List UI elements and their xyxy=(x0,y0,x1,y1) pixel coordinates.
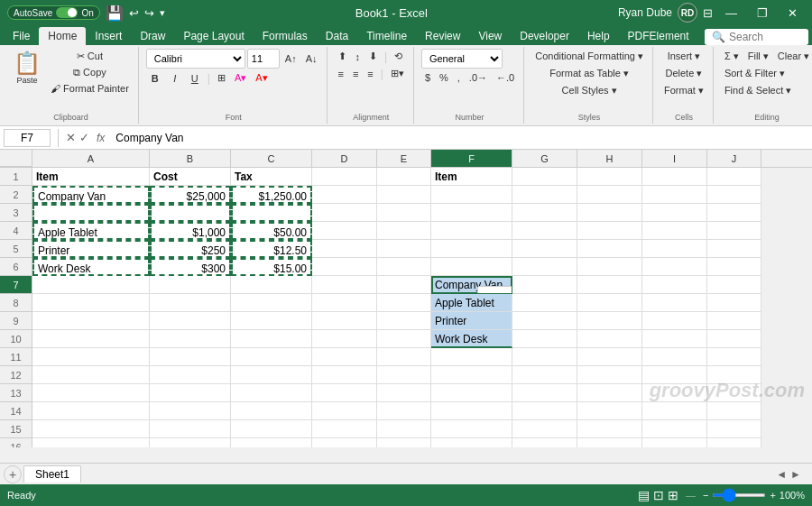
close-button[interactable]: ✕ xyxy=(780,5,805,22)
align-right-button[interactable]: ≡ xyxy=(364,67,376,81)
cell-j2[interactable] xyxy=(707,186,761,204)
cell-f9[interactable]: Printer xyxy=(431,312,512,330)
cell-e7[interactable] xyxy=(377,276,431,294)
user-avatar[interactable]: RD xyxy=(678,3,697,23)
cell-j7[interactable] xyxy=(707,276,761,294)
page-break-view-icon[interactable]: ⊞ xyxy=(668,488,678,502)
cell-b14[interactable] xyxy=(150,402,231,420)
cell-j11[interactable] xyxy=(707,348,761,366)
cell-h10[interactable] xyxy=(577,330,642,348)
cell-b9[interactable] xyxy=(150,312,231,330)
cell-j16[interactable] xyxy=(707,438,761,447)
cell-a15[interactable] xyxy=(32,420,150,438)
bold-button[interactable]: B xyxy=(146,71,164,86)
cell-e13[interactable] xyxy=(377,384,431,402)
cell-i10[interactable] xyxy=(642,330,707,348)
row-number[interactable]: 13 xyxy=(0,384,32,402)
cell-c7[interactable] xyxy=(231,276,312,294)
cell-b11[interactable] xyxy=(150,348,231,366)
cell-g8[interactable] xyxy=(512,294,577,312)
cell-f6[interactable] xyxy=(431,258,512,276)
cell-j3[interactable] xyxy=(707,204,761,222)
cell-f16[interactable] xyxy=(431,438,512,447)
redo-icon[interactable]: ↪ xyxy=(144,6,154,20)
cell-b15[interactable] xyxy=(150,420,231,438)
col-header-a[interactable]: A xyxy=(32,150,150,167)
tab-review[interactable]: Review xyxy=(416,27,469,45)
cell-e6[interactable] xyxy=(377,258,431,276)
cell-f13[interactable] xyxy=(431,384,512,402)
cell-i8[interactable] xyxy=(642,294,707,312)
cell-i11[interactable] xyxy=(642,348,707,366)
cell-b12[interactable] xyxy=(150,366,231,384)
cell-e8[interactable] xyxy=(377,294,431,312)
cell-i16[interactable] xyxy=(642,438,707,447)
cell-e9[interactable] xyxy=(377,312,431,330)
clear-button[interactable]: Clear ▾ xyxy=(774,49,812,64)
cell-h2[interactable] xyxy=(577,186,642,204)
cell-j4[interactable] xyxy=(707,222,761,240)
dollar-button[interactable]: $ xyxy=(421,70,434,85)
cell-d13[interactable] xyxy=(312,384,377,402)
cell-i4[interactable] xyxy=(642,222,707,240)
cell-h5[interactable] xyxy=(577,240,642,258)
minimize-button[interactable]: — xyxy=(718,5,744,22)
confirm-formula-icon[interactable]: ✓ xyxy=(79,131,89,144)
cell-j13[interactable] xyxy=(707,384,761,402)
italic-button[interactable]: I xyxy=(166,71,184,86)
cell-g14[interactable] xyxy=(512,402,577,420)
wrap-text-button[interactable]: ⟲ xyxy=(391,49,406,64)
cancel-formula-icon[interactable]: ✕ xyxy=(66,131,76,144)
align-bottom-button[interactable]: ⬇ xyxy=(365,49,381,64)
quick-access-more[interactable]: ▾ xyxy=(160,7,165,19)
cell-g12[interactable] xyxy=(512,366,577,384)
cell-j1[interactable] xyxy=(707,168,761,186)
cell-e1[interactable] xyxy=(377,168,431,186)
cell-b10[interactable] xyxy=(150,330,231,348)
tab-help[interactable]: Help xyxy=(578,27,619,45)
tab-draw[interactable]: Draw xyxy=(131,27,174,45)
col-header-e[interactable]: E xyxy=(377,150,431,167)
row-number[interactable]: 2 xyxy=(0,186,32,204)
cell-g13[interactable] xyxy=(512,384,577,402)
cell-j15[interactable] xyxy=(707,420,761,438)
tab-formulas[interactable]: Formulas xyxy=(254,27,317,45)
increase-font-button[interactable]: A↑ xyxy=(281,51,300,66)
cell-a12[interactable] xyxy=(32,366,150,384)
cell-d3[interactable] xyxy=(312,204,377,222)
cell-h16[interactable] xyxy=(577,438,642,447)
cell-i13[interactable] xyxy=(642,384,707,402)
cell-f14[interactable] xyxy=(431,402,512,420)
row-number[interactable]: 14 xyxy=(0,402,32,420)
cell-h1[interactable] xyxy=(577,168,642,186)
cell-styles-button[interactable]: Cell Styles ▾ xyxy=(531,83,647,98)
cell-c13[interactable] xyxy=(231,384,312,402)
cell-g3[interactable] xyxy=(512,204,577,222)
row-number[interactable]: 8 xyxy=(0,294,32,312)
cell-h7[interactable] xyxy=(577,276,642,294)
cell-e12[interactable] xyxy=(377,366,431,384)
cell-e5[interactable] xyxy=(377,240,431,258)
cell-c2[interactable]: $1,250.00 xyxy=(231,186,312,204)
cell-d16[interactable] xyxy=(312,438,377,447)
row-number[interactable]: 3 xyxy=(0,204,32,222)
cell-h4[interactable] xyxy=(577,222,642,240)
increase-decimal-button[interactable]: .0→ xyxy=(466,70,491,85)
underline-button[interactable]: U xyxy=(186,71,204,86)
cell-g9[interactable] xyxy=(512,312,577,330)
paste-button[interactable]: 📋 Paste xyxy=(9,49,45,88)
cell-j9[interactable] xyxy=(707,312,761,330)
cell-h8[interactable] xyxy=(577,294,642,312)
cell-g6[interactable] xyxy=(512,258,577,276)
cell-c3[interactable] xyxy=(231,204,312,222)
row-number[interactable]: 9 xyxy=(0,312,32,330)
row-number[interactable]: 4 xyxy=(0,222,32,240)
cell-i14[interactable] xyxy=(642,402,707,420)
cell-d15[interactable] xyxy=(312,420,377,438)
cell-c5[interactable]: $12.50 xyxy=(231,240,312,258)
cell-a1[interactable]: Item xyxy=(32,168,150,186)
col-header-g[interactable]: G xyxy=(512,150,577,167)
cell-e16[interactable] xyxy=(377,438,431,447)
comma-button[interactable]: , xyxy=(454,70,464,85)
cell-b13[interactable] xyxy=(150,384,231,402)
